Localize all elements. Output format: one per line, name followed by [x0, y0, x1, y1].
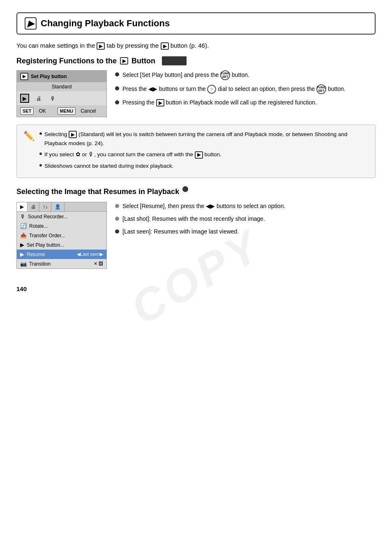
- menu2-icon-sound: 🎙: [20, 213, 25, 220]
- page-title-box: ▶ Changing Playback Functions: [16, 12, 376, 35]
- menu2-icon-rotate: 🔄: [20, 223, 27, 229]
- playback-icon-bullet3: ▶: [156, 99, 164, 106]
- menu2-icon-transfer: 📤: [20, 232, 27, 238]
- note-pb-icon-1: ▶: [69, 131, 77, 138]
- menu2-text-setplay: Set Play button...: [27, 242, 64, 248]
- note-bullet-2: [39, 153, 42, 155]
- note-text-3: Slideshows cannot be started during inde…: [44, 162, 173, 171]
- menu2-tab-settings: ↑↓: [39, 202, 51, 211]
- note-box: ✏️ Selecting ▶ (Standard) will let you i…: [16, 125, 376, 178]
- menu-subtitle: Standard: [17, 82, 106, 91]
- section1-bullets: Select [Set Play button] and press the F…: [115, 70, 376, 117]
- bullet-1: Select [Set Play button] and press the F…: [115, 70, 376, 80]
- note-item-1: Selecting ▶ (Standard) will let you is s…: [39, 130, 369, 148]
- menu2-item-transition: 📷 Transition ✕ 🖼: [17, 259, 106, 268]
- bullet2-dot-2: [115, 217, 119, 221]
- bullet-2-text: Press the ◀▶ buttons or turn the ○ dial …: [122, 84, 346, 94]
- bullet-1-text: Select [Set Play button] and press the F…: [122, 70, 249, 80]
- note-icon: ✏️: [23, 131, 35, 173]
- func-icon-1: FUNCSET: [220, 70, 230, 80]
- menu-cancel-text: Cancel: [81, 108, 96, 114]
- bullet2-text-1: Select [Resume], then press the ◀▶ butto…: [122, 202, 285, 211]
- menu-menu-btn: MENU: [58, 107, 76, 115]
- section2-header-dot: [182, 186, 188, 192]
- section1-header-icon: ▶: [120, 57, 128, 65]
- bullet-3-text: Pressing the ▶ button in Playback mode w…: [122, 98, 317, 107]
- menu-icon-mic: 🎙: [48, 94, 57, 103]
- menu2-text-rotate: Rotate...: [29, 223, 48, 229]
- note-item-2: If you select ✿ or 🎙, you cannot turn th…: [39, 150, 369, 159]
- menu2-item-setplay: ▶ Set Play button...: [17, 240, 106, 250]
- menu-icon-playback: ▶: [20, 94, 29, 103]
- menu-mockup-1: ▶ Set Play button Standard ▶ 🖨 🎙 SET OK …: [16, 70, 107, 117]
- menu2-icon-transition: 📷: [20, 261, 27, 267]
- bullet2-2: [Last shot]: Resumes with the most recen…: [115, 215, 376, 223]
- menu2-item-sound: 🎙 Sound Recorder...: [17, 212, 106, 221]
- bullet2-dot-3: [115, 229, 119, 234]
- bullet2-text-2: [Last shot]: Resumes with the most recen…: [122, 215, 265, 223]
- bullet-dot-2: [115, 86, 119, 90]
- bullet2-dot-1: [115, 204, 119, 208]
- page-title: Changing Playback Functions: [41, 18, 170, 29]
- note-text-2: If you select ✿ or 🎙, you cannot turn th…: [44, 150, 221, 159]
- intro-btn-icon: ▶: [161, 42, 169, 50]
- playback-title-icon: ▶: [25, 17, 37, 30]
- menu-ok-text: OK: [39, 108, 46, 114]
- menu-mockup-2: ▶ 🖨 ↑↓ 👤 🎙 Sound Recorder... 🔄 Rotate...…: [16, 202, 107, 269]
- menu2-text-resume: Resume: [27, 252, 45, 257]
- note-item-3: Slideshows cannot be started during inde…: [39, 162, 369, 171]
- menu2-tab-row: ▶ 🖨 ↑↓ 👤: [17, 202, 106, 212]
- menu2-text-sound: Sound Recorder...: [28, 214, 68, 220]
- note-content: Selecting ▶ (Standard) will let you is s…: [39, 130, 369, 173]
- bullet2-text-3: [Last seen]: Resumes with image last vie…: [122, 227, 239, 236]
- section1-header: Registering Functions to the ▶ Button: [16, 56, 376, 65]
- note-bullet-3: [39, 164, 42, 167]
- bullet-dot-1: [115, 72, 119, 76]
- menu2-text-transition: Transition: [29, 261, 51, 267]
- section1-content: ▶ Set Play button Standard ▶ 🖨 🎙 SET OK …: [16, 70, 376, 117]
- note-pb-icon-2: ▶: [195, 151, 203, 159]
- menu2-text-transfer: Transfer Order...: [29, 233, 65, 238]
- menu2-item-transfer: 📤 Transfer Order...: [17, 231, 106, 240]
- menu2-value-resume: ◀Last seen▶: [77, 252, 103, 257]
- dial-icon: ○: [207, 85, 216, 94]
- section2-content: ▶ 🖨 ↑↓ 👤 🎙 Sound Recorder... 🔄 Rotate...…: [16, 202, 376, 269]
- section2-header-text: Selecting the Image that Resumes in Play…: [16, 187, 179, 196]
- section2-header: Selecting the Image that Resumes in Play…: [16, 186, 376, 197]
- menu-title-icon: ▶: [20, 73, 28, 80]
- menu2-item-rotate: 🔄 Rotate...: [17, 221, 106, 231]
- menu2-tab-print: 🖨: [28, 202, 39, 211]
- menu-title-text: Set Play button: [31, 74, 67, 79]
- func-icon-2: FUNCSET: [316, 84, 326, 94]
- menu-title-row: ▶ Set Play button: [17, 71, 106, 82]
- menu-set-btn: SET: [20, 107, 34, 115]
- menu-bottom-row: SET OK MENU Cancel: [17, 105, 106, 117]
- menu2-icon-resume: ▶: [20, 251, 24, 257]
- note-bullet-1: [39, 132, 42, 135]
- menu2-tab-playback: ▶: [17, 202, 28, 211]
- menu-icon-print: 🖨: [34, 94, 43, 103]
- bullet2-3: [Last seen]: Resumes with image last vie…: [115, 227, 376, 236]
- bullet-3: Pressing the ▶ button in Playback mode w…: [115, 98, 376, 107]
- section1-header-accent: [162, 56, 187, 65]
- bullet2-1: Select [Resume], then press the ◀▶ butto…: [115, 202, 376, 211]
- note-text-1: Selecting ▶ (Standard) will let you is s…: [44, 130, 369, 148]
- intro-tab-icon: ▶: [97, 42, 105, 50]
- intro-text: You can make settings in the ▶ tab by pr…: [16, 42, 376, 50]
- section1-header-text: Registering Functions to the: [16, 57, 117, 65]
- menu2-icon-setplay: ▶: [20, 242, 24, 248]
- menu2-item-resume: ▶ Resume ◀Last seen▶: [17, 250, 106, 259]
- section2-bullets: Select [Resume], then press the ◀▶ butto…: [115, 202, 376, 269]
- section1-header-suffix: Button: [131, 57, 155, 65]
- bullet-2: Press the ◀▶ buttons or turn the ○ dial …: [115, 84, 376, 94]
- bullet-dot-3: [115, 100, 119, 104]
- page-number: 140: [16, 285, 376, 292]
- menu2-tab-person: 👤: [51, 202, 65, 211]
- menu2-value-transition: ✕ 🖼: [94, 261, 103, 266]
- menu-icons-row: ▶ 🖨 🎙: [17, 91, 106, 105]
